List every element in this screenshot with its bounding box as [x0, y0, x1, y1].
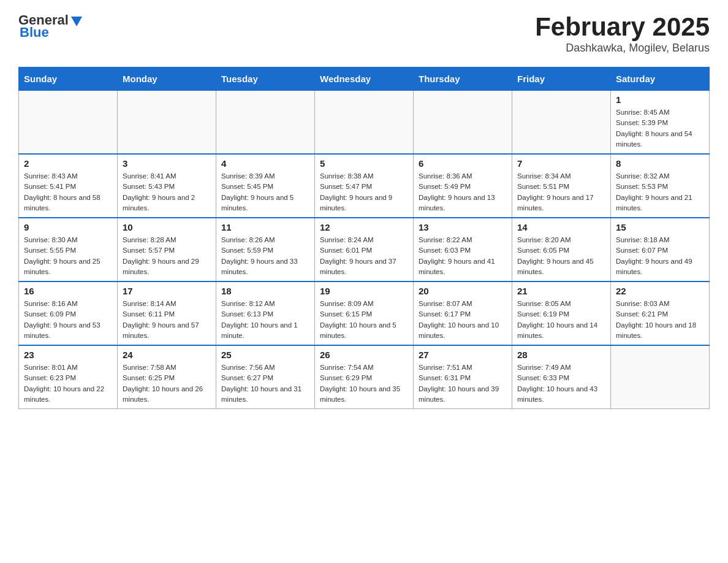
logo-triangle-icon	[70, 14, 83, 28]
calendar-day-cell	[414, 91, 512, 155]
calendar-body: 1Sunrise: 8:45 AMSunset: 5:39 PMDaylight…	[19, 91, 710, 409]
calendar-day-cell: 22Sunrise: 8:03 AMSunset: 6:21 PMDayligh…	[611, 282, 710, 345]
calendar-day-cell: 9Sunrise: 8:30 AMSunset: 5:55 PMDaylight…	[19, 218, 118, 282]
calendar-day-cell: 11Sunrise: 8:26 AMSunset: 5:59 PMDayligh…	[216, 218, 315, 282]
calendar-day-cell: 3Sunrise: 8:41 AMSunset: 5:43 PMDaylight…	[118, 154, 216, 218]
calendar-day-cell: 12Sunrise: 8:24 AMSunset: 6:01 PMDayligh…	[315, 218, 414, 282]
calendar-day-cell: 16Sunrise: 8:16 AMSunset: 6:09 PMDayligh…	[19, 282, 118, 345]
calendar-day-cell: 8Sunrise: 8:32 AMSunset: 5:53 PMDaylight…	[611, 154, 710, 218]
calendar-day-cell: 21Sunrise: 8:05 AMSunset: 6:19 PMDayligh…	[512, 282, 611, 345]
weekday-header-row: Sunday Monday Tuesday Wednesday Thursday…	[19, 67, 710, 91]
calendar-table: Sunday Monday Tuesday Wednesday Thursday…	[18, 67, 710, 409]
calendar-day-cell: 28Sunrise: 7:49 AMSunset: 6:33 PMDayligh…	[512, 345, 611, 409]
day-number: 7	[517, 158, 605, 169]
calendar-day-cell: 5Sunrise: 8:38 AMSunset: 5:47 PMDaylight…	[315, 154, 414, 218]
day-info: Sunrise: 8:20 AMSunset: 6:05 PMDaylight:…	[517, 235, 605, 277]
day-number: 25	[221, 350, 309, 360]
calendar-day-cell	[611, 345, 710, 409]
day-number: 13	[419, 222, 507, 232]
day-info: Sunrise: 8:18 AMSunset: 6:07 PMDaylight:…	[616, 235, 704, 277]
calendar-day-cell	[19, 91, 118, 155]
calendar-day-cell: 15Sunrise: 8:18 AMSunset: 6:07 PMDayligh…	[611, 218, 710, 282]
day-number: 26	[320, 350, 408, 360]
day-info: Sunrise: 7:51 AMSunset: 6:31 PMDaylight:…	[419, 362, 507, 405]
day-number: 1	[616, 94, 704, 105]
day-number: 19	[320, 286, 408, 296]
day-info: Sunrise: 8:32 AMSunset: 5:53 PMDaylight:…	[616, 171, 704, 213]
calendar-day-cell: 13Sunrise: 8:22 AMSunset: 6:03 PMDayligh…	[414, 218, 512, 282]
day-info: Sunrise: 7:49 AMSunset: 6:33 PMDaylight:…	[517, 362, 605, 405]
day-info: Sunrise: 8:30 AMSunset: 5:55 PMDaylight:…	[24, 235, 112, 277]
day-info: Sunrise: 8:26 AMSunset: 5:59 PMDaylight:…	[221, 235, 309, 277]
day-info: Sunrise: 8:34 AMSunset: 5:51 PMDaylight:…	[517, 171, 605, 213]
day-number: 24	[123, 350, 211, 360]
day-number: 3	[123, 158, 211, 169]
day-info: Sunrise: 8:41 AMSunset: 5:43 PMDaylight:…	[123, 171, 211, 213]
calendar-day-cell: 27Sunrise: 7:51 AMSunset: 6:31 PMDayligh…	[414, 345, 512, 409]
day-number: 14	[517, 222, 605, 232]
calendar-day-cell: 1Sunrise: 8:45 AMSunset: 5:39 PMDaylight…	[611, 91, 710, 155]
day-info: Sunrise: 8:38 AMSunset: 5:47 PMDaylight:…	[320, 171, 408, 213]
header-friday: Friday	[512, 67, 611, 91]
day-number: 9	[24, 222, 112, 232]
logo: General Blue	[18, 12, 83, 40]
day-number: 16	[24, 286, 112, 296]
header-thursday: Thursday	[414, 67, 512, 91]
day-info: Sunrise: 8:01 AMSunset: 6:23 PMDaylight:…	[24, 362, 112, 405]
day-info: Sunrise: 7:54 AMSunset: 6:29 PMDaylight:…	[320, 362, 408, 405]
day-info: Sunrise: 8:45 AMSunset: 5:39 PMDaylight:…	[616, 107, 704, 150]
day-info: Sunrise: 8:28 AMSunset: 5:57 PMDaylight:…	[123, 235, 211, 277]
header-monday: Monday	[118, 67, 216, 91]
calendar-subtitle: Dashkawka, Mogilev, Belarus	[535, 42, 710, 55]
calendar-day-cell: 7Sunrise: 8:34 AMSunset: 5:51 PMDaylight…	[512, 154, 611, 218]
calendar-title: February 2025	[535, 12, 710, 42]
day-info: Sunrise: 8:05 AMSunset: 6:19 PMDaylight:…	[517, 299, 605, 341]
calendar-day-cell: 23Sunrise: 8:01 AMSunset: 6:23 PMDayligh…	[19, 345, 118, 409]
day-number: 12	[320, 222, 408, 232]
day-number: 10	[123, 222, 211, 232]
day-info: Sunrise: 8:09 AMSunset: 6:15 PMDaylight:…	[320, 299, 408, 341]
calendar-title-block: February 2025 Dashkawka, Mogilev, Belaru…	[535, 12, 710, 55]
day-info: Sunrise: 8:03 AMSunset: 6:21 PMDaylight:…	[616, 299, 704, 341]
day-info: Sunrise: 8:22 AMSunset: 6:03 PMDaylight:…	[419, 235, 507, 277]
calendar-day-cell: 10Sunrise: 8:28 AMSunset: 5:57 PMDayligh…	[118, 218, 216, 282]
calendar-week-row: 2Sunrise: 8:43 AMSunset: 5:41 PMDaylight…	[19, 154, 710, 218]
day-number: 17	[123, 286, 211, 296]
calendar-day-cell	[118, 91, 216, 155]
day-number: 23	[24, 350, 112, 360]
header-saturday: Saturday	[611, 67, 710, 91]
day-number: 6	[419, 158, 507, 169]
calendar-day-cell: 24Sunrise: 7:58 AMSunset: 6:25 PMDayligh…	[118, 345, 216, 409]
calendar-week-row: 23Sunrise: 8:01 AMSunset: 6:23 PMDayligh…	[19, 345, 710, 409]
calendar-day-cell: 25Sunrise: 7:56 AMSunset: 6:27 PMDayligh…	[216, 345, 315, 409]
calendar-day-cell: 6Sunrise: 8:36 AMSunset: 5:49 PMDaylight…	[414, 154, 512, 218]
day-info: Sunrise: 8:24 AMSunset: 6:01 PMDaylight:…	[320, 235, 408, 277]
calendar-week-row: 9Sunrise: 8:30 AMSunset: 5:55 PMDaylight…	[19, 218, 710, 282]
calendar-day-cell	[216, 91, 315, 155]
day-number: 21	[517, 286, 605, 296]
logo-blue-text: Blue	[20, 25, 49, 40]
day-number: 27	[419, 350, 507, 360]
day-info: Sunrise: 8:14 AMSunset: 6:11 PMDaylight:…	[123, 299, 211, 341]
calendar-day-cell	[315, 91, 414, 155]
day-number: 4	[221, 158, 309, 169]
calendar-day-cell: 18Sunrise: 8:12 AMSunset: 6:13 PMDayligh…	[216, 282, 315, 345]
calendar-day-cell: 17Sunrise: 8:14 AMSunset: 6:11 PMDayligh…	[118, 282, 216, 345]
day-number: 22	[616, 286, 704, 296]
page-header: General Blue February 2025 Dashkawka, Mo…	[18, 12, 710, 55]
day-number: 18	[221, 286, 309, 296]
day-info: Sunrise: 7:56 AMSunset: 6:27 PMDaylight:…	[221, 362, 309, 405]
svg-marker-0	[71, 17, 82, 26]
calendar-week-row: 1Sunrise: 8:45 AMSunset: 5:39 PMDaylight…	[19, 91, 710, 155]
day-info: Sunrise: 8:39 AMSunset: 5:45 PMDaylight:…	[221, 171, 309, 213]
day-info: Sunrise: 7:58 AMSunset: 6:25 PMDaylight:…	[123, 362, 211, 405]
day-number: 2	[24, 158, 112, 169]
day-number: 28	[517, 350, 605, 360]
day-number: 11	[221, 222, 309, 232]
calendar-day-cell: 19Sunrise: 8:09 AMSunset: 6:15 PMDayligh…	[315, 282, 414, 345]
calendar-day-cell: 26Sunrise: 7:54 AMSunset: 6:29 PMDayligh…	[315, 345, 414, 409]
day-info: Sunrise: 8:16 AMSunset: 6:09 PMDaylight:…	[24, 299, 112, 341]
day-number: 8	[616, 158, 704, 169]
calendar-day-cell: 4Sunrise: 8:39 AMSunset: 5:45 PMDaylight…	[216, 154, 315, 218]
calendar-day-cell: 14Sunrise: 8:20 AMSunset: 6:05 PMDayligh…	[512, 218, 611, 282]
